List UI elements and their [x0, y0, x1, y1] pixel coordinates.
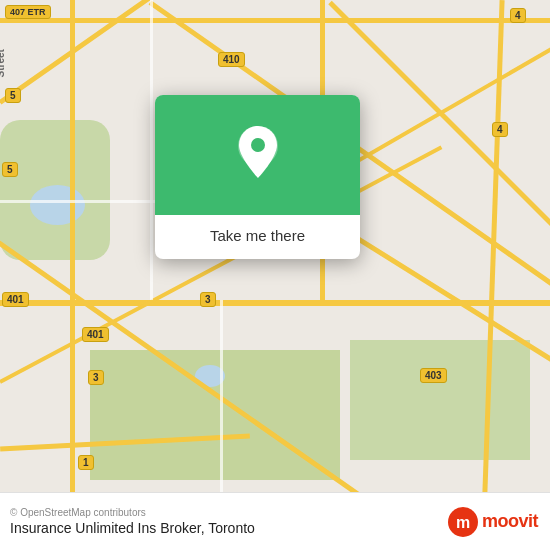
badge-5-top: 5	[5, 88, 21, 103]
road-v1	[70, 0, 75, 550]
moovit-icon: m	[447, 506, 479, 538]
water-1	[30, 185, 85, 225]
badge-3-left: 3	[88, 370, 104, 385]
map-container: 407 ETR 401 401 403 403 410 4 4 5 5 3 3 …	[0, 0, 550, 550]
popup-card: Take me there	[155, 95, 360, 259]
moovit-logo: m moovit	[447, 506, 538, 538]
badge-403-right: 403	[420, 368, 447, 383]
badge-401-left: 401	[2, 292, 29, 307]
take-me-there-button[interactable]: Take me there	[210, 227, 305, 244]
location-pin-icon	[234, 126, 282, 184]
badge-1: 1	[78, 455, 94, 470]
business-name: Insurance Unlimited Ins Broker, Toronto	[10, 520, 255, 536]
street-label: Street	[0, 49, 6, 77]
badge-410: 410	[218, 52, 245, 67]
badge-5-mid: 5	[2, 162, 18, 177]
bottom-left-info: © OpenStreetMap contributors Insurance U…	[10, 507, 255, 536]
badge-4-top: 4	[510, 8, 526, 23]
svg-point-2	[251, 138, 265, 152]
badge-407: 407 ETR	[5, 5, 51, 19]
popup-green-header	[155, 95, 360, 215]
badge-4-mid: 4	[492, 122, 508, 137]
badge-401-mid: 401	[82, 327, 109, 342]
moovit-text: moovit	[482, 511, 538, 532]
bottom-bar: © OpenStreetMap contributors Insurance U…	[0, 492, 550, 550]
svg-text:m: m	[456, 514, 470, 531]
road-w1	[150, 0, 153, 300]
badge-3-mid: 3	[200, 292, 216, 307]
park-area-3	[350, 340, 530, 460]
popup-button-area[interactable]: Take me there	[155, 215, 360, 259]
copyright-text: © OpenStreetMap contributors	[10, 507, 255, 518]
road-h1	[0, 18, 550, 23]
